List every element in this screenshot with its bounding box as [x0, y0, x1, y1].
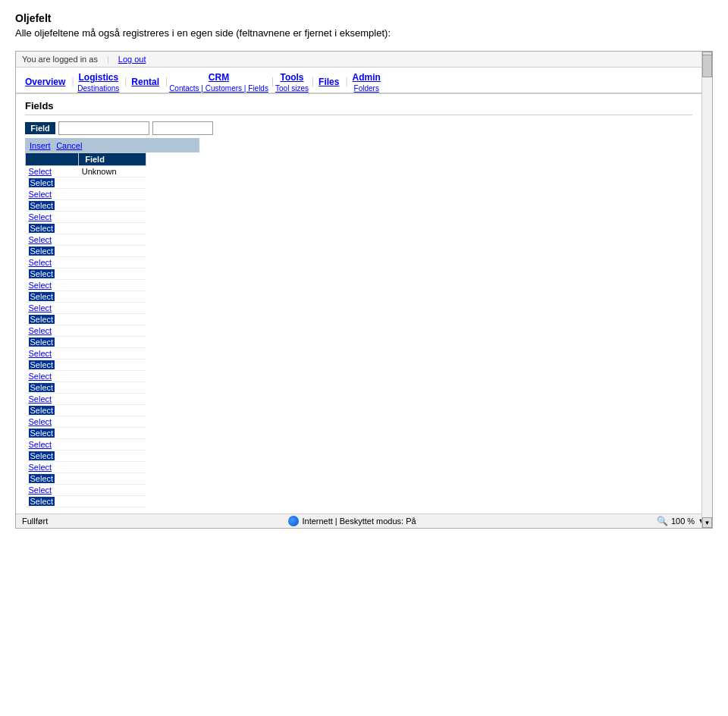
table-row: Select [26, 291, 146, 303]
field-cell [79, 177, 146, 189]
nav-toolsizes[interactable]: Tool sizes [275, 84, 309, 93]
table-row: Select [26, 223, 146, 234]
nav-tools[interactable]: Tools [277, 71, 306, 84]
select-cell: Select [26, 268, 79, 280]
nav-destinations[interactable]: Destinations [77, 84, 119, 93]
select-link[interactable]: Select [29, 269, 55, 278]
nav-sep-5: | [312, 76, 314, 88]
page-wrapper: Oljefelt Alle oljefeltene må også regist… [0, 0, 728, 541]
select-link[interactable]: Select [29, 303, 52, 312]
select-link[interactable]: Select [29, 463, 52, 472]
nav-overview[interactable]: Overview [22, 75, 68, 89]
nav-crm[interactable]: CRM [206, 71, 232, 84]
select-link[interactable]: Select [29, 326, 52, 335]
browser-inner: You are logged in as | Log out Overview … [16, 52, 712, 513]
select-link[interactable]: Select [29, 338, 55, 347]
select-cell: Select [26, 462, 79, 473]
nav-logistics[interactable]: Logistics [76, 71, 122, 84]
select-link[interactable]: Select [29, 190, 52, 199]
logout-link[interactable]: Log out [118, 55, 146, 64]
table-row: Select [26, 314, 146, 325]
field-cell [79, 462, 146, 473]
table-row: Select [26, 234, 146, 246]
select-link[interactable]: Select [29, 224, 55, 233]
field-cell [79, 382, 146, 394]
table-row: Select [26, 394, 146, 405]
select-link[interactable]: Select [29, 429, 55, 438]
nav-crm-sub[interactable]: Contacts | Customers | Fields [169, 84, 268, 93]
select-link[interactable]: Select [29, 201, 55, 210]
select-link[interactable]: Select [29, 451, 55, 460]
field-cell [79, 485, 146, 496]
select-cell: Select [26, 166, 79, 177]
table-row: Select [26, 189, 146, 200]
insert-link[interactable]: Insert [30, 141, 51, 150]
cancel-link[interactable]: Cancel [56, 141, 82, 150]
field-cell [79, 394, 146, 405]
select-link[interactable]: Select [29, 497, 55, 506]
scrollbar-arrow-down[interactable]: ▼ [702, 517, 712, 528]
select-link[interactable]: Select [29, 349, 52, 358]
nav-item-files: Files [315, 75, 342, 89]
select-cell: Select [26, 246, 79, 257]
field-input[interactable] [58, 121, 149, 135]
select-link[interactable]: Select [29, 394, 52, 404]
table-row: Select [26, 337, 146, 348]
col-select-header [26, 153, 79, 166]
field-extra-input[interactable] [152, 121, 213, 135]
select-cell: Select [26, 291, 79, 303]
scrollbar-thumb[interactable] [702, 55, 712, 77]
field-cell [79, 268, 146, 280]
table-row: Select [26, 280, 146, 291]
select-cell: Select [26, 325, 79, 337]
select-link[interactable]: Select [29, 315, 55, 324]
table-row: Select [26, 382, 146, 394]
select-link[interactable]: Select [29, 247, 55, 256]
table-row: Select [26, 485, 146, 496]
select-cell: Select [26, 234, 79, 246]
field-cell [79, 257, 146, 268]
col-field-header: Field [79, 153, 146, 166]
nav-rental[interactable]: Rental [128, 75, 162, 89]
table-row: Select [26, 200, 146, 212]
select-link[interactable]: Select [29, 383, 55, 392]
select-link[interactable]: Select [29, 485, 52, 495]
select-link[interactable]: Select [29, 417, 52, 426]
browser-window: You are logged in as | Log out Overview … [15, 51, 713, 529]
select-link[interactable]: Select [29, 178, 55, 187]
select-cell: Select [26, 200, 79, 212]
field-cell [79, 371, 146, 382]
select-link[interactable]: Select [29, 406, 55, 415]
select-cell: Select [26, 439, 79, 451]
table-row: Select [26, 303, 146, 314]
field-cell [79, 246, 146, 257]
select-cell: Select [26, 360, 79, 371]
select-link[interactable]: Select [29, 212, 52, 221]
select-link[interactable]: Select [29, 281, 52, 290]
table-row: Select [26, 325, 146, 337]
table-row: Select [26, 405, 146, 416]
select-link[interactable]: Select [29, 372, 52, 381]
select-link[interactable]: Select [29, 235, 52, 244]
field-cell [79, 439, 146, 451]
select-cell: Select [26, 371, 79, 382]
nav-admin[interactable]: Admin [350, 71, 384, 84]
scrollbar-track[interactable]: ▲ ▼ [701, 52, 712, 528]
select-link[interactable]: Select [29, 258, 52, 267]
table-row: Select [26, 246, 146, 257]
field-cell [79, 360, 146, 371]
nav-files[interactable]: Files [315, 75, 342, 89]
nav-folders[interactable]: Folders [354, 84, 379, 93]
status-left: Fullført [22, 517, 48, 526]
select-link[interactable]: Select [29, 474, 55, 483]
zoom-label: 100 % [671, 517, 695, 526]
nav-sep-2: | [124, 76, 127, 88]
status-internet: Internett | Beskyttet modus: På [288, 516, 416, 526]
select-link[interactable]: Select [29, 292, 55, 301]
status-bar: Fullført Internett | Beskyttet modus: På… [16, 513, 712, 528]
select-link[interactable]: Select [29, 167, 52, 176]
field-cell [79, 189, 146, 200]
field-cell [79, 212, 146, 223]
select-link[interactable]: Select [29, 360, 55, 369]
select-link[interactable]: Select [29, 440, 52, 449]
